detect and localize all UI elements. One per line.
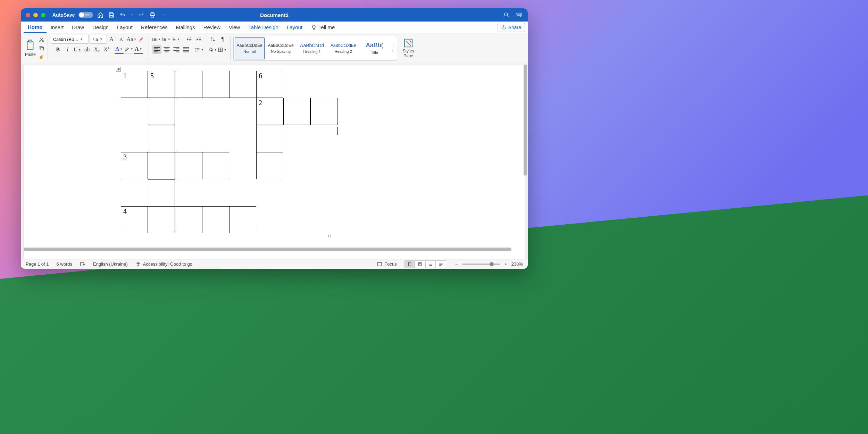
tab-design[interactable]: Design bbox=[88, 22, 113, 33]
tab-view[interactable]: View bbox=[225, 22, 244, 33]
crossword-cell[interactable]: 6 bbox=[256, 71, 283, 98]
spellcheck-button[interactable] bbox=[80, 261, 85, 267]
style-title[interactable]: AaBb( Title bbox=[360, 37, 390, 59]
multilevel-list-button[interactable]: ▼ bbox=[171, 35, 180, 44]
grow-font-button[interactable]: Aˆ bbox=[108, 35, 117, 44]
change-case-button[interactable]: Aa▼ bbox=[127, 35, 136, 44]
sort-button[interactable]: AZ bbox=[209, 35, 218, 44]
cut-button[interactable] bbox=[39, 37, 45, 43]
page-indicator[interactable]: Page 1 of 1 bbox=[26, 261, 49, 267]
save-icon[interactable] bbox=[108, 11, 115, 19]
style-heading-2[interactable]: AaBbCcDdEe Heading 2 bbox=[328, 37, 358, 59]
vertical-scrollbar[interactable] bbox=[523, 65, 528, 247]
crossword-cell[interactable]: 4 bbox=[121, 206, 148, 233]
font-color-button[interactable]: A▼ bbox=[134, 45, 143, 54]
crossword-cell[interactable] bbox=[148, 179, 175, 206]
crossword-cell[interactable]: 1 bbox=[121, 71, 148, 98]
crossword-cell[interactable] bbox=[283, 98, 310, 125]
tab-layout[interactable]: Layout bbox=[113, 22, 137, 33]
copy-button[interactable] bbox=[39, 45, 45, 51]
focus-mode-button[interactable]: Focus bbox=[377, 261, 397, 267]
fullscreen-window-button[interactable] bbox=[41, 13, 45, 17]
crossword-cell[interactable] bbox=[175, 206, 202, 233]
zoom-slider[interactable] bbox=[462, 264, 500, 265]
zoom-level[interactable]: 238% bbox=[511, 261, 523, 267]
page[interactable]: ✥ 156234 bbox=[24, 65, 525, 259]
tab-table-design[interactable]: Table Design bbox=[244, 22, 283, 33]
bold-button[interactable]: B bbox=[53, 45, 62, 54]
align-right-button[interactable] bbox=[172, 45, 181, 54]
home-icon[interactable] bbox=[97, 11, 104, 19]
table-move-handle[interactable]: ✥ bbox=[116, 67, 121, 72]
autosave-toggle[interactable]: OFF bbox=[78, 12, 93, 18]
align-center-button[interactable] bbox=[162, 45, 171, 54]
crossword-cell[interactable] bbox=[202, 71, 229, 98]
crossword-cell[interactable] bbox=[148, 206, 175, 233]
style-no-spacing[interactable]: AaBbCcDdEe No Spacing bbox=[266, 37, 296, 59]
language-indicator[interactable]: English (Ukraine) bbox=[93, 261, 128, 267]
crossword-cell[interactable] bbox=[202, 152, 229, 179]
accessibility-indicator[interactable]: Accessibility: Good to go bbox=[135, 261, 192, 267]
crossword-cell[interactable]: 5 bbox=[148, 71, 175, 98]
shrink-font-button[interactable]: Aˇ bbox=[117, 35, 126, 44]
superscript-button[interactable]: X2 bbox=[102, 45, 111, 54]
decrease-indent-button[interactable] bbox=[185, 35, 194, 44]
strikethrough-button[interactable]: ab bbox=[83, 45, 92, 54]
crossword-cell[interactable] bbox=[229, 206, 256, 233]
zoom-slider-thumb[interactable] bbox=[490, 262, 494, 266]
tab-references[interactable]: References bbox=[137, 22, 172, 33]
minimize-window-button[interactable] bbox=[33, 13, 38, 17]
undo-dropdown-icon[interactable] bbox=[130, 11, 134, 19]
ribbon-options-icon[interactable] bbox=[515, 11, 523, 19]
crossword-cell[interactable]: 3 bbox=[121, 152, 148, 179]
bullets-button[interactable]: ▼ bbox=[152, 35, 161, 44]
redo-icon[interactable] bbox=[137, 11, 145, 19]
crossword-cell[interactable] bbox=[148, 98, 175, 125]
zoom-in-button[interactable]: + bbox=[503, 261, 509, 267]
styles-scroll[interactable]: 〈〉 bbox=[391, 43, 396, 53]
justify-button[interactable] bbox=[182, 45, 191, 54]
table-resize-handle[interactable] bbox=[328, 235, 331, 237]
crossword-cell[interactable] bbox=[202, 206, 229, 233]
draft-view-button[interactable] bbox=[436, 260, 446, 268]
share-button[interactable]: Share bbox=[498, 23, 525, 32]
horizontal-scroll-thumb[interactable] bbox=[24, 248, 511, 251]
print-icon[interactable] bbox=[149, 11, 156, 19]
zoom-out-button[interactable]: − bbox=[454, 261, 459, 267]
subscript-button[interactable]: X2 bbox=[92, 45, 101, 54]
crossword-cell[interactable] bbox=[175, 152, 202, 179]
text-effects-button[interactable]: A▼ bbox=[115, 45, 124, 54]
numbering-button[interactable]: 123▼ bbox=[161, 35, 170, 44]
tab-mailings[interactable]: Mailings bbox=[172, 22, 199, 33]
crossword-cell[interactable] bbox=[148, 125, 175, 152]
shading-button[interactable]: ▼ bbox=[208, 45, 217, 54]
tell-me[interactable]: Tell me bbox=[307, 22, 339, 33]
crossword-cell[interactable] bbox=[148, 152, 175, 179]
highlight-button[interactable]: ▼ bbox=[124, 45, 133, 54]
vertical-scroll-thumb[interactable] bbox=[524, 65, 527, 176]
italic-button[interactable]: I bbox=[63, 45, 72, 54]
show-marks-button[interactable]: ¶ bbox=[218, 35, 227, 44]
font-name-combo[interactable]: Calibri (Bo…▼ bbox=[51, 35, 89, 44]
line-spacing-button[interactable]: ▼ bbox=[195, 45, 204, 54]
outline-view-button[interactable] bbox=[425, 260, 436, 268]
style-heading-1[interactable]: AaBbCcDd Heading 1 bbox=[297, 37, 327, 59]
crossword-cell[interactable] bbox=[229, 71, 256, 98]
crossword-cell[interactable]: 2 bbox=[256, 98, 283, 125]
print-layout-view-button[interactable] bbox=[404, 260, 415, 268]
tab-review[interactable]: Review bbox=[199, 22, 225, 33]
tab-draw[interactable]: Draw bbox=[68, 22, 88, 33]
styles-pane-button[interactable]: StylesPane bbox=[400, 36, 417, 59]
tab-home[interactable]: Home bbox=[24, 22, 47, 33]
increase-indent-button[interactable] bbox=[195, 35, 204, 44]
web-layout-view-button[interactable] bbox=[415, 260, 425, 268]
underline-button[interactable]: U▼ bbox=[73, 45, 82, 54]
more-icon[interactable] bbox=[160, 11, 167, 19]
style-normal[interactable]: AaBbCcDdEe Normal bbox=[235, 37, 265, 59]
search-icon[interactable] bbox=[503, 11, 510, 19]
clear-formatting-button[interactable] bbox=[137, 35, 146, 44]
format-painter-button[interactable] bbox=[39, 53, 45, 60]
close-window-button[interactable] bbox=[26, 13, 30, 17]
crossword-cell[interactable] bbox=[256, 152, 283, 179]
word-count[interactable]: 6 words bbox=[57, 261, 73, 267]
